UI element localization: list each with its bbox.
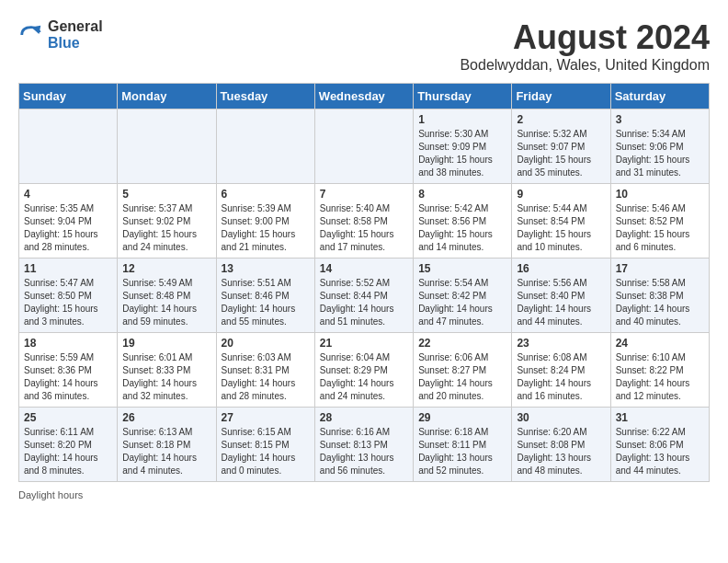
calendar-cell: 3Sunrise: 5:34 AM Sunset: 9:06 PM Daylig…: [610, 109, 709, 184]
day-info: Sunrise: 5:44 AM Sunset: 8:54 PM Dayligh…: [517, 202, 605, 254]
day-number: 5: [122, 188, 210, 201]
day-info: Sunrise: 6:20 AM Sunset: 8:08 PM Dayligh…: [517, 426, 605, 477]
day-info: Sunrise: 6:16 AM Sunset: 8:13 PM Dayligh…: [320, 426, 408, 477]
logo: General Blue: [18, 18, 103, 51]
calendar-cell: 2Sunrise: 5:32 AM Sunset: 9:07 PM Daylig…: [512, 109, 610, 184]
calendar-cell: 15Sunrise: 5:54 AM Sunset: 8:42 PM Dayli…: [414, 259, 512, 333]
calendar-day-header: Friday: [512, 84, 610, 109]
calendar-cell: 31Sunrise: 6:22 AM Sunset: 8:06 PM Dayli…: [610, 408, 709, 482]
calendar-day-header: Tuesday: [216, 84, 314, 109]
day-number: 16: [517, 262, 605, 275]
calendar-cell: 5Sunrise: 5:37 AM Sunset: 9:02 PM Daylig…: [118, 184, 216, 259]
page-header: General Blue August 2024 Bodelwyddan, Wa…: [18, 18, 710, 74]
day-number: 11: [24, 262, 112, 275]
day-info: Sunrise: 6:11 AM Sunset: 8:20 PM Dayligh…: [24, 426, 112, 477]
day-info: Sunrise: 5:51 AM Sunset: 8:46 PM Dayligh…: [222, 277, 310, 328]
calendar-cell: 12Sunrise: 5:49 AM Sunset: 8:48 PM Dayli…: [118, 259, 216, 333]
day-info: Sunrise: 5:47 AM Sunset: 8:50 PM Dayligh…: [24, 277, 112, 328]
day-info: Sunrise: 5:30 AM Sunset: 9:09 PM Dayligh…: [418, 128, 506, 179]
calendar-cell: 4Sunrise: 5:35 AM Sunset: 9:04 PM Daylig…: [19, 184, 118, 259]
month-year-title: August 2024: [460, 18, 710, 57]
calendar-cell: 18Sunrise: 5:59 AM Sunset: 8:36 PM Dayli…: [19, 333, 118, 408]
calendar-cell: 17Sunrise: 5:58 AM Sunset: 8:38 PM Dayli…: [610, 259, 709, 333]
calendar-week-row: 4Sunrise: 5:35 AM Sunset: 9:04 PM Daylig…: [19, 184, 710, 259]
calendar-cell: 21Sunrise: 6:04 AM Sunset: 8:29 PM Dayli…: [314, 333, 413, 408]
day-number: 13: [222, 262, 310, 275]
day-number: 31: [616, 411, 704, 424]
day-number: 25: [24, 411, 112, 424]
day-info: Sunrise: 6:13 AM Sunset: 8:18 PM Dayligh…: [122, 426, 210, 477]
day-number: 27: [222, 411, 310, 424]
calendar-table: SundayMondayTuesdayWednesdayThursdayFrid…: [18, 83, 710, 482]
title-block: August 2024 Bodelwyddan, Wales, United K…: [460, 18, 710, 74]
calendar-cell: 28Sunrise: 6:16 AM Sunset: 8:13 PM Dayli…: [314, 408, 413, 482]
day-info: Sunrise: 6:04 AM Sunset: 8:29 PM Dayligh…: [320, 351, 408, 403]
day-number: 3: [616, 113, 704, 126]
day-info: Sunrise: 5:39 AM Sunset: 9:00 PM Dayligh…: [222, 202, 310, 254]
calendar-day-header: Wednesday: [314, 84, 413, 109]
calendar-week-row: 1Sunrise: 5:30 AM Sunset: 9:09 PM Daylig…: [19, 109, 710, 184]
calendar-cell: 14Sunrise: 5:52 AM Sunset: 8:44 PM Dayli…: [314, 259, 413, 333]
day-info: Sunrise: 5:49 AM Sunset: 8:48 PM Dayligh…: [122, 277, 210, 328]
calendar-cell: 23Sunrise: 6:08 AM Sunset: 8:24 PM Dayli…: [512, 333, 610, 408]
day-info: Sunrise: 5:34 AM Sunset: 9:06 PM Dayligh…: [616, 128, 704, 179]
location-subtitle: Bodelwyddan, Wales, United Kingdom: [460, 57, 710, 74]
day-number: 22: [418, 337, 506, 350]
day-info: Sunrise: 5:40 AM Sunset: 8:58 PM Dayligh…: [320, 202, 408, 254]
day-number: 2: [517, 113, 605, 126]
day-number: 10: [616, 188, 704, 201]
day-number: 9: [517, 188, 605, 201]
day-info: Sunrise: 6:18 AM Sunset: 8:11 PM Dayligh…: [418, 426, 506, 477]
day-info: Sunrise: 6:10 AM Sunset: 8:22 PM Dayligh…: [616, 351, 704, 403]
day-number: 19: [122, 337, 210, 350]
calendar-cell: 22Sunrise: 6:06 AM Sunset: 8:27 PM Dayli…: [414, 333, 512, 408]
day-info: Sunrise: 6:01 AM Sunset: 8:33 PM Dayligh…: [122, 351, 210, 403]
calendar-cell: 11Sunrise: 5:47 AM Sunset: 8:50 PM Dayli…: [19, 259, 118, 333]
calendar-week-row: 11Sunrise: 5:47 AM Sunset: 8:50 PM Dayli…: [19, 259, 710, 333]
calendar-cell: 30Sunrise: 6:20 AM Sunset: 8:08 PM Dayli…: [512, 408, 610, 482]
calendar-day-header: Sunday: [19, 84, 118, 109]
day-number: 23: [517, 337, 605, 350]
day-number: 20: [222, 337, 310, 350]
logo-blue-label: Blue: [48, 35, 103, 52]
day-info: Sunrise: 5:42 AM Sunset: 8:56 PM Dayligh…: [418, 202, 506, 254]
day-number: 1: [418, 113, 506, 126]
day-number: 24: [616, 337, 704, 350]
day-info: Sunrise: 5:59 AM Sunset: 8:36 PM Dayligh…: [24, 351, 112, 403]
day-number: 6: [222, 188, 310, 201]
calendar-cell: [19, 109, 118, 184]
day-number: 8: [418, 188, 506, 201]
calendar-cell: 1Sunrise: 5:30 AM Sunset: 9:09 PM Daylig…: [414, 109, 512, 184]
day-number: 26: [122, 411, 210, 424]
day-info: Sunrise: 5:32 AM Sunset: 9:07 PM Dayligh…: [517, 128, 605, 179]
calendar-cell: 9Sunrise: 5:44 AM Sunset: 8:54 PM Daylig…: [512, 184, 610, 259]
day-number: 21: [320, 337, 408, 350]
calendar-cell: 6Sunrise: 5:39 AM Sunset: 9:00 PM Daylig…: [216, 184, 314, 259]
day-number: 28: [320, 411, 408, 424]
day-info: Sunrise: 5:37 AM Sunset: 9:02 PM Dayligh…: [122, 202, 210, 254]
calendar-cell: 8Sunrise: 5:42 AM Sunset: 8:56 PM Daylig…: [414, 184, 512, 259]
calendar-week-row: 25Sunrise: 6:11 AM Sunset: 8:20 PM Dayli…: [19, 408, 710, 482]
logo-general-label: General: [48, 18, 103, 35]
day-info: Sunrise: 5:56 AM Sunset: 8:40 PM Dayligh…: [517, 277, 605, 328]
calendar-cell: 24Sunrise: 6:10 AM Sunset: 8:22 PM Dayli…: [610, 333, 709, 408]
calendar-day-header: Saturday: [610, 84, 709, 109]
calendar-cell: 10Sunrise: 5:46 AM Sunset: 8:52 PM Dayli…: [610, 184, 709, 259]
calendar-cell: [314, 109, 413, 184]
logo-icon: [18, 22, 44, 48]
day-info: Sunrise: 5:52 AM Sunset: 8:44 PM Dayligh…: [320, 277, 408, 328]
logo-text: General Blue: [48, 18, 103, 51]
calendar-week-row: 18Sunrise: 5:59 AM Sunset: 8:36 PM Dayli…: [19, 333, 710, 408]
footer-note: Daylight hours: [18, 489, 710, 500]
day-info: Sunrise: 6:15 AM Sunset: 8:15 PM Dayligh…: [222, 426, 310, 477]
calendar-cell: 19Sunrise: 6:01 AM Sunset: 8:33 PM Dayli…: [118, 333, 216, 408]
day-number: 30: [517, 411, 605, 424]
day-number: 15: [418, 262, 506, 275]
day-info: Sunrise: 5:58 AM Sunset: 8:38 PM Dayligh…: [616, 277, 704, 328]
calendar-cell: 7Sunrise: 5:40 AM Sunset: 8:58 PM Daylig…: [314, 184, 413, 259]
day-info: Sunrise: 6:03 AM Sunset: 8:31 PM Dayligh…: [222, 351, 310, 403]
calendar-cell: 29Sunrise: 6:18 AM Sunset: 8:11 PM Dayli…: [414, 408, 512, 482]
day-info: Sunrise: 5:35 AM Sunset: 9:04 PM Dayligh…: [24, 202, 112, 254]
calendar-cell: [118, 109, 216, 184]
day-info: Sunrise: 6:08 AM Sunset: 8:24 PM Dayligh…: [517, 351, 605, 403]
